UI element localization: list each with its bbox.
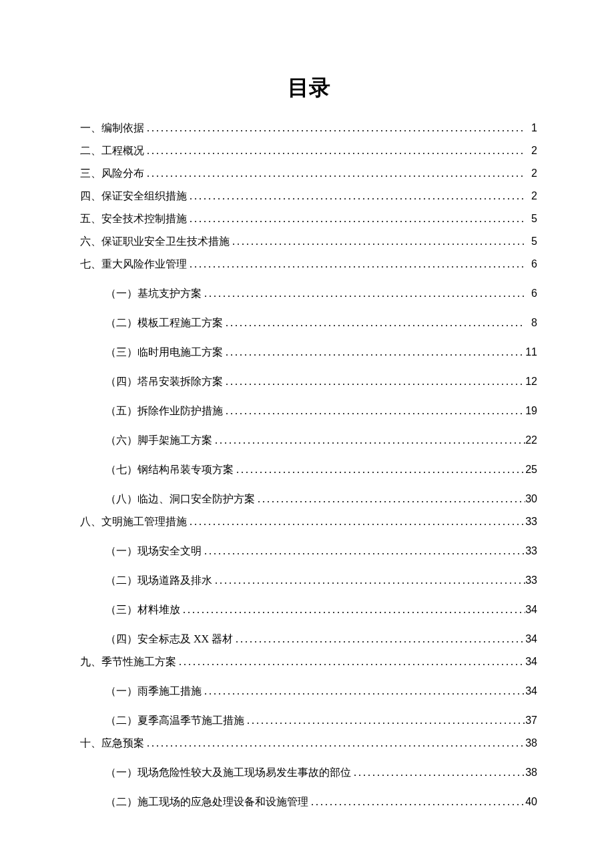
toc-entry: （一）基坑支护方案6 [80,288,537,299]
toc-number: （一） [105,546,137,556]
toc-entry: （一）现场危险性较大及施工现场易发生事故的部位38 [80,767,537,778]
toc-entry: 三、风险分布2 [80,168,537,179]
toc-page-number: 19 [525,406,537,416]
toc-entry: 十、应急预案38 [80,738,537,749]
toc-text: 季节性施工方案 [101,657,176,667]
toc-number: 一、 [80,123,101,133]
toc-entry: （七）钢结构吊装专项方案25 [80,464,537,475]
toc-text: 钢结构吊装专项方案 [137,464,234,475]
toc-number: （三） [105,604,137,615]
toc-text: 文明施工管理措施 [101,516,187,527]
toc-leader-dots [144,123,525,133]
toc-leader-dots [144,168,525,179]
toc-leader-dots [234,464,525,475]
toc-page-number: 25 [525,464,537,475]
toc-entry: （四）安全标志及 XX 器材34 [80,634,537,644]
toc-leader-dots [180,604,525,615]
toc-number: （四） [105,376,137,387]
toc-number: （一） [105,288,137,299]
toc-entry: 八、文明施工管理措施33 [80,516,537,527]
toc-page-number: 12 [525,376,537,387]
toc-entry: （一）雨季施工措施34 [80,686,537,697]
toc-leader-dots [308,797,525,807]
toc-entry: （三）材料堆放34 [80,604,537,615]
toc-text: 风险分布 [101,168,144,179]
toc-text: 工程概况 [101,145,144,156]
toc-number: （三） [105,347,137,358]
toc-leader-dots [244,715,525,726]
toc-leader-dots [223,406,525,416]
toc-leader-dots [255,494,525,504]
toc-number: （六） [105,435,137,446]
toc-entry: 二、工程概况2 [80,145,537,156]
toc-number: 七、 [80,259,101,270]
toc-entry: （三）临时用电施工方案11 [80,347,537,358]
toc-leader-dots [351,767,525,778]
toc-page-number: 33 [525,516,537,527]
toc-text: 保证安全组织措施 [101,191,187,201]
toc-page-number: 6 [525,288,537,299]
toc-leader-dots [223,376,525,387]
toc-page-number: 33 [525,546,537,556]
toc-entry: （五）拆除作业防护措施19 [80,406,537,416]
toc-page-number: 34 [525,686,537,697]
toc-leader-dots [233,634,525,644]
toc-entry: 一、编制依据1 [80,123,537,133]
toc-text: 材料堆放 [137,604,180,615]
toc-page-number: 33 [525,575,537,586]
toc-text: 临时用电施工方案 [137,347,223,358]
toc-text: 保证职业安全卫生技术措施 [101,236,230,247]
toc-text: 基坑支护方案 [137,288,202,299]
toc-text: 拆除作业防护措施 [137,406,223,416]
toc-entry: 六、保证职业安全卫生技术措施5 [80,236,537,247]
toc-text: 雨季施工措施 [137,686,202,697]
toc-entry: （二）施工现场的应急处理设备和设施管理40 [80,797,537,807]
toc-number: （五） [105,406,137,416]
toc-page-number: 8 [525,318,537,328]
toc-page-number: 6 [525,259,537,270]
toc-page-number: 34 [525,604,537,615]
toc-page-number: 37 [525,715,537,726]
toc-page-number: 30 [525,494,537,504]
toc-number: （一） [105,686,137,697]
toc-number: 八、 [80,516,101,527]
toc-page-number: 40 [525,797,537,807]
toc-leader-dots [202,288,525,299]
toc-entry: （一）现场安全文明33 [80,546,537,556]
toc-number: （一） [105,767,137,778]
toc-number: 二、 [80,145,101,156]
toc-entry: （六）脚手架施工方案22 [80,435,537,446]
toc-leader-dots [202,546,525,556]
toc-text: 安全标志及 XX 器材 [137,634,233,644]
toc-leader-dots [176,657,525,667]
toc-page-number: 11 [525,347,537,358]
toc-entry: （四）塔吊安装拆除方案12 [80,376,537,387]
toc-text: 临边、洞口安全防护方案 [137,494,255,504]
toc-leader-dots [187,259,525,270]
toc-text: 现场道路及排水 [137,575,212,586]
toc-entry: 七、重大风险作业管理6 [80,259,537,270]
table-of-contents: 一、编制依据1二、工程概况2三、风险分布2四、保证安全组织措施2五、安全技术控制… [80,123,537,807]
toc-entry: （二）夏季高温季节施工措施37 [80,715,537,726]
toc-page-number: 2 [525,145,537,156]
toc-page-number: 34 [525,657,537,667]
toc-text: 重大风险作业管理 [101,259,187,270]
toc-text: 施工现场的应急处理设备和设施管理 [137,797,308,807]
toc-entry: 九、季节性施工方案34 [80,657,537,667]
toc-entry: 五、安全技术控制措施5 [80,213,537,224]
toc-number: （二） [105,797,137,807]
toc-page-number: 5 [525,236,537,247]
toc-leader-dots [202,686,525,697]
toc-text: 现场危险性较大及施工现场易发生事故的部位 [137,767,351,778]
toc-number: 九、 [80,657,101,667]
toc-page-number: 38 [525,738,537,749]
toc-leader-dots [223,347,525,358]
toc-leader-dots [144,145,525,156]
toc-text: 应急预案 [101,738,144,749]
toc-page-number: 2 [525,168,537,179]
toc-leader-dots [223,318,525,328]
toc-text: 脚手架施工方案 [137,435,212,446]
toc-leader-dots [187,213,525,224]
document-title: 目录 [80,73,537,103]
toc-text: 模板工程施工方案 [137,318,223,328]
